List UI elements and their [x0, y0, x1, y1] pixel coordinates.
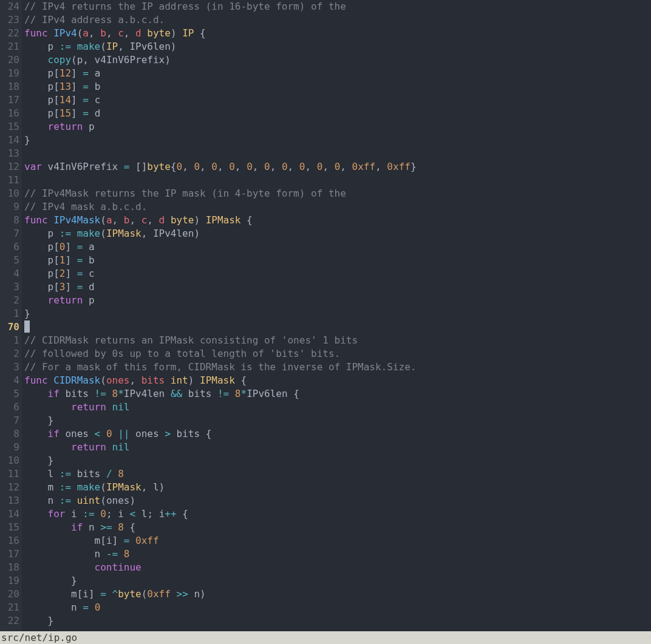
line-number: 4 [0, 374, 19, 387]
line-number: 15 [0, 521, 19, 534]
line-number: 2 [0, 294, 19, 307]
line-number: 11 [0, 467, 19, 481]
line-number: 18 [0, 80, 19, 93]
line-number: 22 [0, 27, 19, 40]
line-number: 13 [0, 147, 19, 160]
code-line[interactable]: copy(p, v4InV6Prefix) [24, 53, 651, 67]
code-line[interactable]: } [24, 414, 651, 427]
code-line[interactable]: n = 0 [24, 601, 651, 614]
code-line[interactable]: l := bits / 8 [24, 467, 651, 481]
code-line[interactable]: for i := 0; i < l; i++ { [24, 507, 651, 521]
line-number: 3 [0, 280, 19, 294]
code-line[interactable]: // IPv4 address a.b.c.d. [24, 13, 651, 27]
line-number: 18 [0, 561, 19, 574]
code-line[interactable]: m[i] = ^byte(0xff >> n) [24, 588, 651, 601]
line-number: 21 [0, 601, 19, 614]
line-number: 21 [0, 40, 19, 53]
code-line[interactable]: // IPv4Mask returns the IP mask (in 4-by… [24, 187, 651, 200]
code-line[interactable]: } [24, 134, 651, 147]
line-number: 22 [0, 614, 19, 628]
code-line[interactable]: } [24, 574, 651, 588]
code-line[interactable]: p[0] = a [24, 240, 651, 254]
code-line[interactable] [24, 320, 651, 334]
code-line[interactable]: } [24, 614, 651, 628]
line-number: 20 [0, 53, 19, 67]
code-line[interactable]: p[15] = d [24, 107, 651, 120]
code-line[interactable]: p[3] = d [24, 280, 651, 294]
line-number: 24 [0, 0, 19, 13]
line-number: 6 [0, 240, 19, 254]
line-number: 1 [0, 307, 19, 320]
line-number: 16 [0, 534, 19, 547]
line-number: 5 [0, 254, 19, 267]
code-line[interactable] [24, 174, 651, 187]
code-line[interactable]: p[13] = b [24, 80, 651, 93]
code-line[interactable]: p := make(IP, IPv6len) [24, 40, 651, 53]
line-number: 8 [0, 214, 19, 227]
line-number: 17 [0, 93, 19, 107]
code-line[interactable]: p[12] = a [24, 67, 651, 80]
statusbar: src/net/ip.go [0, 631, 651, 644]
line-number: 11 [0, 174, 19, 187]
line-number: 14 [0, 507, 19, 521]
line-number: 7 [0, 227, 19, 240]
code-content[interactable]: // IPv4 returns the IP address (in 16-by… [22, 0, 651, 631]
vim-editor[interactable]: 2423222120191817161514131211109876543217… [0, 0, 651, 644]
code-line[interactable]: // followed by 0s up to a total length o… [24, 347, 651, 361]
line-number: 3 [0, 361, 19, 374]
line-number: 1 [0, 334, 19, 347]
code-line[interactable]: m[i] = 0xff [24, 534, 651, 547]
code-line[interactable]: var v4InV6Prefix = []byte{0, 0, 0, 0, 0,… [24, 160, 651, 174]
code-line[interactable]: // CIDRMask returns an IPMask consisting… [24, 334, 651, 347]
code-line[interactable]: } [24, 454, 651, 467]
code-line[interactable]: func CIDRMask(ones, bits int) IPMask { [24, 374, 651, 387]
line-number: 70 [0, 320, 19, 334]
line-number: 17 [0, 547, 19, 561]
code-area[interactable]: 2423222120191817161514131211109876543217… [0, 0, 651, 631]
code-line[interactable]: func IPv4Mask(a, b, c, d byte) IPMask { [24, 214, 651, 227]
line-number: 2 [0, 347, 19, 361]
code-line[interactable]: // IPv4 mask a.b.c.d. [24, 200, 651, 214]
line-number: 19 [0, 67, 19, 80]
code-line[interactable]: return nil [24, 401, 651, 414]
line-number: 10 [0, 454, 19, 467]
line-number: 5 [0, 387, 19, 401]
statusbar-filepath: src/net/ip.go [1, 632, 77, 643]
code-line[interactable]: if ones < 0 || ones > bits { [24, 427, 651, 441]
line-number: 10 [0, 187, 19, 200]
line-number: 13 [0, 494, 19, 507]
line-number: 4 [0, 267, 19, 280]
code-line[interactable]: // For a mask of this form, CIDRMask is … [24, 361, 651, 374]
code-line[interactable]: p[1] = b [24, 254, 651, 267]
code-line[interactable]: return p [24, 294, 651, 307]
code-line[interactable] [24, 147, 651, 160]
code-line[interactable]: n := uint(ones) [24, 494, 651, 507]
code-line[interactable]: // IPv4 returns the IP address (in 16-by… [24, 0, 651, 13]
code-line[interactable]: return p [24, 120, 651, 134]
cursor [24, 320, 30, 333]
line-number: 16 [0, 107, 19, 120]
code-line[interactable]: continue [24, 561, 651, 574]
line-number-gutter: 2423222120191817161514131211109876543217… [0, 0, 22, 631]
line-number: 7 [0, 414, 19, 427]
code-line[interactable]: if bits != 8*IPv4len && bits != 8*IPv6le… [24, 387, 651, 401]
code-line[interactable]: return nil [24, 441, 651, 454]
code-line[interactable]: p[14] = c [24, 93, 651, 107]
line-number: 15 [0, 120, 19, 134]
code-line[interactable]: } [24, 307, 651, 320]
line-number: 9 [0, 200, 19, 214]
code-line[interactable]: n -= 8 [24, 547, 651, 561]
code-line[interactable]: p := make(IPMask, IPv4len) [24, 227, 651, 240]
code-line[interactable]: m := make(IPMask, l) [24, 481, 651, 494]
line-number: 12 [0, 481, 19, 494]
line-number: 8 [0, 427, 19, 441]
line-number: 20 [0, 588, 19, 601]
code-line[interactable]: if n >= 8 { [24, 521, 651, 534]
code-line[interactable]: p[2] = c [24, 267, 651, 280]
line-number: 23 [0, 13, 19, 27]
line-number: 6 [0, 401, 19, 414]
code-line[interactable]: func IPv4(a, b, c, d byte) IP { [24, 27, 651, 40]
line-number: 19 [0, 574, 19, 588]
line-number: 12 [0, 160, 19, 174]
line-number: 9 [0, 441, 19, 454]
